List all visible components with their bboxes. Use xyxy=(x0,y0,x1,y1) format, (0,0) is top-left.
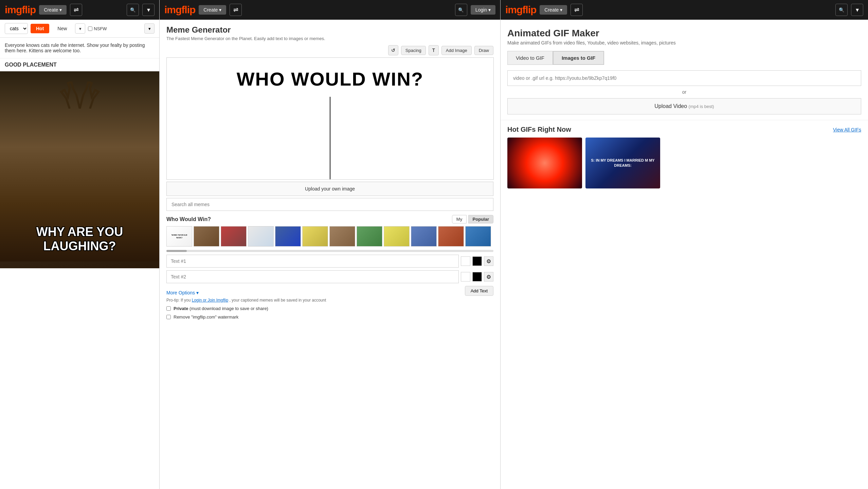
tab-popular[interactable]: Popular xyxy=(468,215,493,223)
scrollbar-thumb[interactable] xyxy=(166,250,187,252)
middle-create-button[interactable]: Create ▾ xyxy=(199,5,226,15)
search-icon: 🔍 xyxy=(839,7,845,13)
search-icon: 🔍 xyxy=(458,7,464,13)
list-item[interactable] xyxy=(357,226,382,247)
text1-color-black[interactable] xyxy=(472,256,482,266)
add-text-button[interactable]: Add Text xyxy=(465,286,493,296)
meme-preview: WHO WOULD WIN? xyxy=(167,58,493,179)
hot-button[interactable]: Hot xyxy=(31,24,49,33)
list-item[interactable] xyxy=(384,226,410,247)
watermark-label: Remove "imgflip.com" watermark xyxy=(174,314,238,320)
middle-search-button[interactable]: 🔍 xyxy=(455,4,467,16)
tab-video-to-gif[interactable]: Video to GIF xyxy=(507,51,553,65)
draw-button[interactable]: Draw xyxy=(474,46,493,55)
list-item[interactable] xyxy=(275,226,301,247)
chevron-down-icon: ▾ xyxy=(59,7,62,13)
chevron-down-icon: ▾ xyxy=(196,290,199,295)
list-item[interactable] xyxy=(194,226,219,247)
search-icon: 🔍 xyxy=(130,7,136,13)
login-join-link[interactable]: Login or Join Imgflip xyxy=(192,298,228,303)
list-item[interactable] xyxy=(248,226,274,247)
list-item[interactable] xyxy=(507,138,582,188)
right-search-button[interactable]: 🔍 xyxy=(835,4,848,16)
gif-grid: S: IN MY DREAMS I MARRIED M MY DREAMS: xyxy=(507,138,861,188)
list-item[interactable] xyxy=(438,226,464,247)
gear-icon: ⚙ xyxy=(486,258,491,265)
nsfw-checkbox[interactable] xyxy=(88,26,92,31)
watermark-checkbox[interactable] xyxy=(166,315,171,319)
meme-thumbnails: WHO WOULD WIN? xyxy=(166,226,493,249)
logo-img: img xyxy=(505,4,522,15)
logo-img: img xyxy=(5,4,22,15)
text2-settings-button[interactable]: ⚙ xyxy=(484,272,493,282)
upload-image-button[interactable]: Upload your own image xyxy=(166,182,493,196)
list-item[interactable] xyxy=(302,226,328,247)
search-button[interactable]: 🔍 xyxy=(127,4,139,16)
spacing-button[interactable]: Spacing xyxy=(401,46,426,55)
text2-color-black[interactable] xyxy=(472,272,482,282)
meme-image: WHY ARE YOU LAUGHING? xyxy=(0,71,159,268)
middle-navbar: imgflip Create ▾ ⇌ 🔍 Login ▾ xyxy=(160,0,500,20)
list-item[interactable] xyxy=(411,226,437,247)
list-item[interactable]: S: IN MY DREAMS I MARRIED M MY DREAMS: xyxy=(585,138,660,188)
right-logo[interactable]: imgflip xyxy=(505,4,536,16)
text-icon-button[interactable]: T xyxy=(429,45,439,55)
upload-video-button[interactable]: Upload Video (mp4 is best) xyxy=(507,98,861,114)
text1-input[interactable] xyxy=(166,255,459,268)
category-description: Everyone knows cats rule the internet. S… xyxy=(0,38,159,58)
meme-caption: WHY ARE YOU LAUGHING? xyxy=(5,225,154,253)
gif-tab-group: Video to GIF Images to GIF xyxy=(501,51,868,65)
shuffle-button[interactable]: ⇌ xyxy=(70,4,82,16)
add-image-button[interactable]: Add Image xyxy=(441,46,472,55)
video-url-input[interactable] xyxy=(507,70,861,86)
private-checkbox[interactable] xyxy=(166,306,171,311)
text2-input[interactable] xyxy=(166,270,459,283)
tab-my[interactable]: My xyxy=(452,215,467,223)
text-icon: T xyxy=(432,48,435,53)
new-button[interactable]: New xyxy=(52,24,72,33)
canvas-divider xyxy=(167,97,493,179)
list-item[interactable] xyxy=(465,226,491,247)
dropdown-button[interactable]: ▾ xyxy=(142,4,155,16)
left-create-button[interactable]: Create ▾ xyxy=(39,5,67,15)
page-title: Meme Generator xyxy=(160,20,500,36)
chevron-down-icon: ▾ xyxy=(148,26,151,31)
category-select[interactable]: cats xyxy=(5,23,28,34)
gif-maker-subtitle: Make animated GIFs from video files, You… xyxy=(501,40,868,51)
sort-dropdown-button[interactable]: ▾ xyxy=(75,23,85,34)
list-item[interactable] xyxy=(221,226,247,247)
pro-tip: Pro-tip: If you Login or Join Imgflip , … xyxy=(166,298,493,303)
text2-color-white[interactable] xyxy=(461,272,470,282)
right-create-button[interactable]: Create ▾ xyxy=(540,5,567,15)
left-logo[interactable]: imgflip xyxy=(5,4,36,16)
left-navbar: imgflip Create ▾ ⇌ 🔍 ▾ xyxy=(0,0,159,20)
refresh-button[interactable]: ↺ xyxy=(388,45,398,55)
right-shuffle-button[interactable]: ⇌ xyxy=(571,4,583,16)
meme-text: WHO WOULD WIN? xyxy=(237,58,424,90)
shuffle-icon: ⇌ xyxy=(574,6,579,14)
more-options-toggle[interactable]: More Options ▾ xyxy=(166,290,199,295)
text1-color-white[interactable] xyxy=(461,256,470,266)
login-button[interactable]: Login ▾ xyxy=(471,5,495,15)
middle-shuffle-button[interactable]: ⇌ xyxy=(230,4,242,16)
thumbnail-scrollbar[interactable] xyxy=(166,250,493,252)
list-item[interactable] xyxy=(329,226,355,247)
hot-gifs-section: Hot GIFs Right Now View All GIFs S: IN M… xyxy=(501,120,868,188)
text2-row: ⚙ xyxy=(166,270,493,283)
canvas-right xyxy=(330,97,493,179)
logo-flip: flip xyxy=(22,4,36,15)
editor-toolbar: ↺ Spacing T Add Image Draw xyxy=(166,45,493,55)
right-dropdown-button[interactable]: ▾ xyxy=(851,4,863,16)
list-item[interactable]: WHO WOULD WIN? xyxy=(166,226,192,247)
text1-settings-button[interactable]: ⚙ xyxy=(484,256,493,266)
gear-icon: ⚙ xyxy=(486,274,491,280)
logo-flip: flip xyxy=(522,4,536,15)
search-memes-input[interactable] xyxy=(166,198,493,211)
view-all-gifs-link[interactable]: View All GIFs xyxy=(833,127,861,132)
middle-logo[interactable]: imgflip xyxy=(164,4,195,16)
tab-images-to-gif[interactable]: Images to GIF xyxy=(553,51,604,65)
filter-more-button[interactable]: ▾ xyxy=(144,23,155,34)
right-navbar: imgflip Create ▾ ⇌ 🔍 ▾ xyxy=(501,0,868,20)
chevron-down-icon: ▾ xyxy=(219,7,221,13)
or-divider: or xyxy=(501,86,868,98)
